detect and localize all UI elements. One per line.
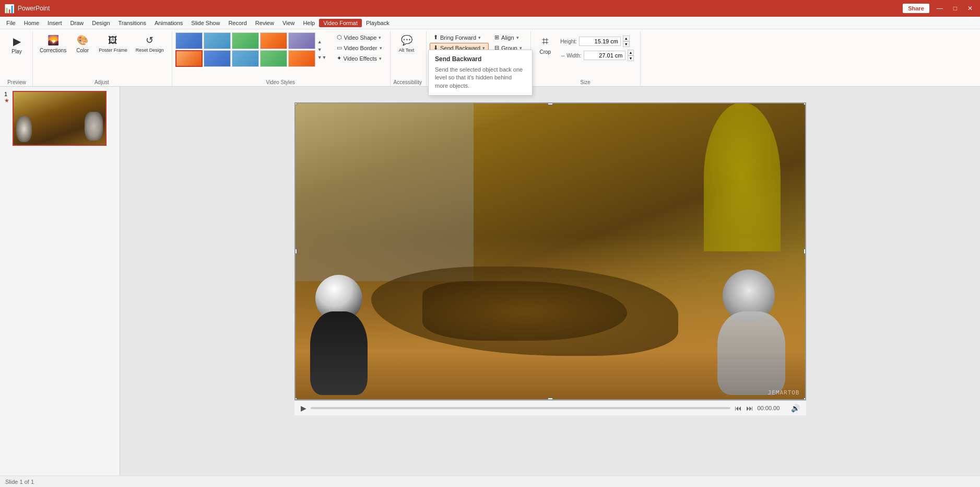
bring-forward-chevron: ▾ [478, 35, 481, 40]
tooltip-title: Send Backward [435, 55, 526, 63]
align-button[interactable]: ⊞ Align ▾ [491, 32, 526, 42]
handle-tm[interactable] [548, 102, 553, 105]
video-style-8[interactable] [232, 50, 259, 67]
handle-br[interactable] [804, 398, 806, 400]
menu-bar: File Home Insert Draw Design Transitions… [0, 17, 980, 29]
height-down[interactable]: ▼ [623, 41, 630, 47]
video-style-7[interactable] [204, 50, 231, 67]
menu-slideshow[interactable]: Slide Show [187, 19, 224, 27]
height-up[interactable]: ▲ [623, 36, 630, 41]
prev-frame-button[interactable]: ⏮ [735, 404, 742, 412]
video-style-10[interactable] [288, 50, 315, 67]
scroll-up-icon[interactable]: ▲ [316, 38, 328, 45]
tooltip-body: Send the selected object back one level … [435, 66, 526, 90]
play-icon: ▶ [13, 35, 21, 48]
video-effects-button[interactable]: ✦ Video Effects ▾ [333, 53, 386, 63]
color-label: Color [76, 48, 89, 53]
volume-button[interactable]: 🔊 [791, 404, 800, 412]
menu-video-format[interactable]: Video Format [319, 19, 362, 27]
slide-thumb-inner [14, 92, 105, 145]
video-container: JEMARTOB [294, 102, 806, 400]
maximize-icon[interactable]: □ [950, 4, 960, 13]
poster-frame-button[interactable]: 🖼 Poster Frame [95, 32, 131, 55]
video-style-3[interactable] [232, 32, 259, 49]
video-border-icon: ▭ [337, 44, 342, 51]
menu-transitions[interactable]: Transitions [114, 19, 150, 27]
menu-help[interactable]: Help [299, 19, 320, 27]
accessibility-content: 💬 Alt Text [394, 32, 420, 77]
title-bar-left: 📊 PowerPoint [4, 4, 50, 14]
menu-playback[interactable]: Playback [362, 19, 394, 27]
slide-item-1[interactable]: 1 ★ [4, 91, 115, 146]
align-icon: ⊞ [494, 34, 499, 41]
menu-view[interactable]: View [278, 19, 299, 27]
corrections-button[interactable]: 🌄 Corrections [36, 32, 70, 56]
size-inputs-col: Height: ▲ ▼ ↔ Width: ▲ ▼ [560, 34, 634, 62]
alt-text-button[interactable]: 💬 Alt Text [394, 32, 420, 55]
video-border-button[interactable]: ▭ Video Border ▾ [333, 43, 386, 53]
width-icon: ↔ [560, 53, 565, 59]
slide-panel: 1 ★ [0, 87, 120, 476]
chevron-down-icon: ▾ [379, 35, 381, 40]
color-button[interactable]: 🎨 Color [71, 32, 94, 56]
width-up[interactable]: ▲ [628, 50, 634, 55]
title-bar: 📊 PowerPoint Share — □ ✕ [0, 0, 980, 17]
slide-canvas: JEMARTOB [294, 102, 806, 400]
menu-animations[interactable]: Animations [150, 19, 187, 27]
menu-home[interactable]: Home [20, 19, 43, 27]
style-scroll[interactable]: ▲ ▼ ▼▼ [316, 38, 328, 61]
video-style-1[interactable] [175, 32, 203, 49]
video-controls: ▶ ⏮ ⏭ 00:00.00 🔊 [294, 400, 806, 415]
next-frame-button[interactable]: ⏭ [746, 404, 753, 412]
menu-insert[interactable]: Insert [43, 19, 66, 27]
width-spinner[interactable]: ▲ ▼ [628, 50, 634, 61]
menu-file[interactable]: File [2, 19, 20, 27]
scroll-down-icon[interactable]: ▼ [316, 46, 328, 53]
width-input[interactable] [584, 51, 625, 60]
menu-review[interactable]: Review [251, 19, 278, 27]
video-styles-thumbnails: ▲ ▼ ▼▼ [175, 32, 328, 67]
video-style-4[interactable] [260, 32, 287, 49]
crop-label: Crop [539, 49, 551, 55]
scroll-more-icon[interactable]: ▼▼ [316, 54, 328, 61]
reset-design-button[interactable]: ↺ Reset Design [132, 32, 168, 55]
video-shape-button[interactable]: ⬡ Video Shape ▾ [333, 32, 386, 42]
video-style-6[interactable] [175, 50, 203, 67]
video-style-5[interactable] [288, 32, 315, 49]
menu-record[interactable]: Record [224, 19, 251, 27]
video-style-9[interactable] [260, 50, 287, 67]
bring-forward-button[interactable]: ⬆ Bring Forward ▾ [430, 32, 489, 42]
height-spinner[interactable]: ▲ ▼ [623, 36, 630, 47]
slide-info: Slide 1 of 1 [5, 479, 34, 485]
share-button[interactable]: Share [903, 4, 929, 13]
menu-design[interactable]: Design [88, 19, 114, 27]
slide-thumbnail[interactable] [13, 91, 107, 146]
play-pause-button[interactable]: ▶ [301, 404, 306, 412]
close-icon[interactable]: ✕ [964, 4, 976, 13]
height-input[interactable] [579, 37, 621, 46]
play-label: Play [11, 49, 21, 54]
chevron-down-icon-2: ▾ [380, 45, 382, 51]
bring-forward-icon: ⬆ [433, 34, 438, 41]
title-bar-right: Share — □ ✕ [903, 4, 976, 13]
handle-tr[interactable] [804, 102, 806, 105]
width-row: ↔ Width: ▲ ▼ [560, 49, 634, 62]
width-down[interactable]: ▼ [628, 55, 634, 61]
height-label: Height: [560, 39, 577, 44]
chevron-down-icon-3: ▾ [379, 56, 382, 61]
reset-label: Reset Design [136, 48, 164, 53]
crop-button[interactable]: ⌗ Crop [534, 32, 556, 57]
video-style-2[interactable] [204, 32, 231, 49]
handle-bm[interactable] [548, 398, 553, 400]
reset-icon: ↺ [146, 35, 154, 47]
poster-frame-label: Poster Frame [99, 48, 127, 53]
preview-group-content: ▶ Play [5, 32, 28, 77]
handle-tl[interactable] [294, 102, 297, 105]
seek-bar[interactable] [311, 407, 730, 409]
play-button[interactable]: ▶ Play [5, 32, 28, 57]
handle-ml[interactable] [294, 249, 297, 254]
menu-draw[interactable]: Draw [66, 19, 88, 27]
handle-bl[interactable] [294, 398, 297, 400]
handle-mr[interactable] [804, 249, 806, 254]
minimize-icon[interactable]: — [934, 4, 946, 13]
